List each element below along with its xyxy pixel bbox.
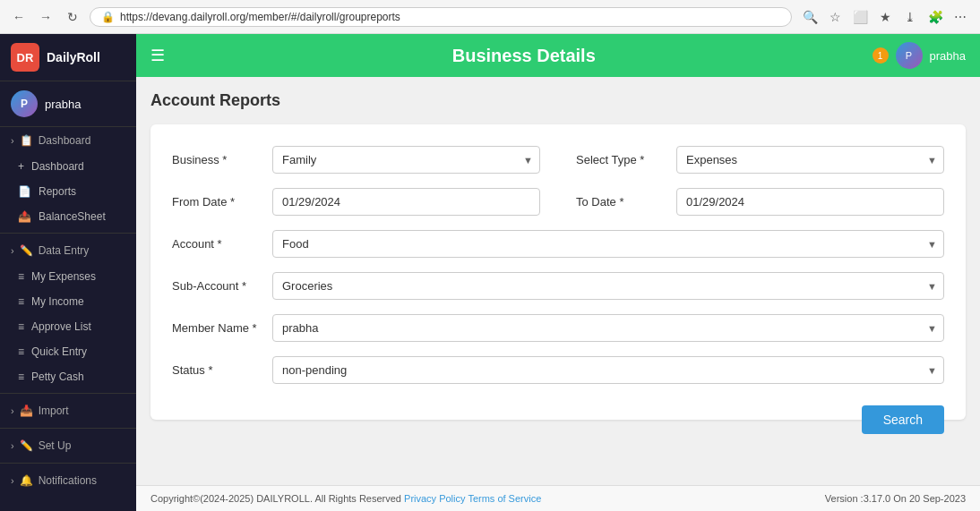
- download-icon[interactable]: ⤓: [899, 6, 921, 28]
- search-button[interactable]: Search: [862, 405, 944, 434]
- sidebar-section-setup: › ✏️ Set Up: [0, 432, 136, 459]
- sidebar-section-header-dashboard[interactable]: › 📋 Dashboard: [0, 127, 136, 154]
- sidebar-section-header-dataentry[interactable]: › ✏️ Data Entry: [0, 237, 136, 264]
- lock-icon: 🔒: [101, 11, 115, 23]
- sidebar-user: P prabha: [0, 81, 136, 127]
- sidebar-section-import: › 📥 Import: [0, 397, 136, 424]
- list-icon-3: ≡: [18, 320, 24, 333]
- reload-button[interactable]: ↻: [63, 7, 82, 27]
- extension-icon[interactable]: 🧩: [924, 6, 946, 28]
- avatar: P: [11, 90, 38, 117]
- topbar-avatar: P: [896, 42, 923, 69]
- privacy-policy-link[interactable]: Privacy Policy: [404, 493, 465, 504]
- business-select-wrapper: Family ▼: [272, 146, 540, 174]
- sidebar-section-header-setup[interactable]: › ✏️ Set Up: [0, 432, 136, 459]
- sidebar-item-quick-entry[interactable]: ≡ Quick Entry: [0, 339, 136, 364]
- browser-chrome: ← → ↻ 🔒 https://devang.dailyroll.org/mem…: [0, 0, 980, 34]
- sub-account-label: Sub-Account *: [172, 279, 262, 293]
- url-text: https://devang.dailyroll.org/member/#/da…: [120, 11, 400, 23]
- sidebar-section-dashboard: › 📋 Dashboard + Dashboard 📄 Reports 📤 Ba…: [0, 127, 136, 229]
- form-card: Business * Family ▼ Select Type * Ex: [150, 124, 966, 420]
- form-group-select-type: Select Type * Expenses Income ▼: [576, 146, 944, 174]
- page-title: Business Details: [176, 46, 873, 66]
- form-group-member-name: Member Name * prabha ▼: [172, 314, 944, 342]
- section-icon-import: 📥: [20, 405, 33, 417]
- section-label-setup: Set Up: [39, 439, 72, 452]
- section-icon-dashboard: 📋: [20, 134, 33, 147]
- form-group-sub-account: Sub-Account * Groceries ▼: [172, 272, 944, 300]
- sub-account-select[interactable]: Groceries: [272, 272, 944, 300]
- list-icon-1: ≡: [18, 270, 24, 283]
- member-name-select[interactable]: prabha: [272, 314, 944, 342]
- form-group-account: Account * Food ▼: [172, 230, 944, 258]
- divider-2: [0, 393, 136, 394]
- sidebar-item-dashboard[interactable]: + Dashboard: [0, 154, 136, 179]
- sidebar-item-my-expenses[interactable]: ≡ My Expenses: [0, 264, 136, 289]
- status-select[interactable]: non-pending pending all: [272, 356, 944, 384]
- sidebar-section-dataentry: › ✏️ Data Entry ≡ My Expenses ≡ My Incom…: [0, 237, 136, 389]
- star-icon[interactable]: ☆: [824, 6, 846, 28]
- sidebar-item-approve-list[interactable]: ≡ Approve List: [0, 314, 136, 339]
- hamburger-button[interactable]: ☰: [150, 46, 165, 65]
- form-row-1: Business * Family ▼ Select Type * Ex: [172, 146, 944, 174]
- topbar: ☰ Business Details 1 P prabha: [136, 34, 980, 77]
- sidebar-item-my-income[interactable]: ≡ My Income: [0, 289, 136, 314]
- from-date-input[interactable]: [272, 188, 540, 216]
- footer: Copyright©(2024-2025) DAILYROLL. All Rig…: [136, 485, 980, 511]
- select-type-label: Select Type *: [576, 153, 666, 166]
- footer-copyright: Copyright©(2024-2025) DAILYROLL. All Rig…: [150, 493, 541, 504]
- notification-badge[interactable]: 1: [873, 47, 889, 64]
- from-date-label: From Date *: [172, 195, 262, 209]
- list-icon-2: ≡: [18, 295, 24, 308]
- tab-icon[interactable]: ⬜: [849, 6, 871, 28]
- app-wrapper: DR DailyRoll P prabha › 📋 Dashboard + Da…: [0, 34, 980, 511]
- section-icon-notif: 🔔: [20, 474, 33, 487]
- account-label: Account *: [172, 237, 262, 251]
- sub-account-select-wrapper: Groceries ▼: [272, 272, 944, 300]
- sidebar-section-header-notifications[interactable]: › 🔔 Notifications: [0, 467, 136, 494]
- status-select-wrapper: non-pending pending all ▼: [272, 356, 944, 384]
- account-reports-title: Account Reports: [150, 91, 966, 110]
- section-label-dashboard: Dashboard: [39, 134, 91, 147]
- business-label: Business *: [172, 153, 262, 166]
- copyright-text: Copyright©(2024-2025) DAILYROLL. All Rig…: [150, 493, 404, 504]
- account-select[interactable]: Food: [272, 230, 944, 258]
- form-group-business: Business * Family ▼: [172, 146, 540, 174]
- chevron-down-icon-2: ›: [11, 245, 14, 256]
- section-label-import: Import: [39, 405, 69, 417]
- form-group-from-date: From Date *: [172, 188, 540, 216]
- menu-icon[interactable]: ⋯: [950, 6, 971, 28]
- sidebar-item-petty-cash[interactable]: ≡ Petty Cash: [0, 364, 136, 389]
- url-bar[interactable]: 🔒 https://devang.dailyroll.org/member/#/…: [90, 7, 792, 27]
- sidebar-section-notifications: › 🔔 Notifications: [0, 467, 136, 494]
- sidebar-item-balancesheet[interactable]: 📤 BalanceSheet: [0, 204, 136, 229]
- business-select[interactable]: Family: [272, 146, 540, 174]
- chevron-right-icon-setup: ›: [11, 440, 14, 451]
- main-area: ☰ Business Details 1 P prabha Account Re…: [136, 34, 980, 511]
- sidebar: DR DailyRoll P prabha › 📋 Dashboard + Da…: [0, 34, 136, 511]
- forward-button[interactable]: →: [36, 7, 56, 27]
- back-button[interactable]: ←: [9, 7, 29, 27]
- status-label: Status *: [172, 363, 262, 377]
- to-date-input[interactable]: [676, 188, 944, 216]
- logo-icon: DR: [11, 43, 39, 72]
- topbar-right: 1 P prabha: [873, 42, 966, 69]
- select-type-wrapper: Expenses Income ▼: [676, 146, 944, 174]
- section-label-dataentry: Data Entry: [39, 244, 90, 257]
- to-date-label: To Date *: [576, 195, 666, 209]
- divider-1: [0, 233, 136, 234]
- logo-text: DailyRoll: [47, 50, 100, 64]
- account-select-wrapper: Food ▼: [272, 230, 944, 258]
- divider-3: [0, 428, 136, 429]
- divider-4: [0, 463, 136, 464]
- list-icon-5: ≡: [18, 370, 24, 383]
- balancesheet-icon: 📤: [18, 210, 31, 223]
- bookmark-icon[interactable]: ★: [874, 6, 896, 28]
- chevron-right-icon-import: ›: [11, 405, 14, 416]
- form-group-status: Status * non-pending pending all ▼: [172, 356, 944, 384]
- sidebar-item-reports[interactable]: 📄 Reports: [0, 179, 136, 204]
- sidebar-section-header-import[interactable]: › 📥 Import: [0, 397, 136, 424]
- zoom-icon[interactable]: 🔍: [799, 6, 821, 28]
- select-type-select[interactable]: Expenses Income: [676, 146, 944, 174]
- terms-of-service-link[interactable]: Terms of Service: [468, 493, 541, 504]
